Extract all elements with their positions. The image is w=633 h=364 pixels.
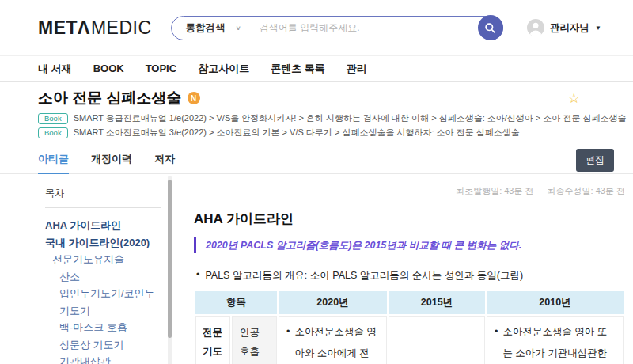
breadcrumb-path: SMART 응급진료매뉴얼 1/e(2022) > V/S을 안정화시키자! >…: [74, 112, 627, 124]
modified-date: 최종수정일: 43분 전: [548, 186, 625, 195]
table-header-row: 항목 2020년 2015년 2010년: [195, 291, 624, 314]
nav-item-topic[interactable]: TOPIC: [146, 63, 177, 74]
breadcrumb-list: Book SMART 응급진료매뉴얼 1/e(2022) > V/S을 안정화시…: [38, 112, 595, 138]
breadcrumb[interactable]: Book SMART 응급진료매뉴얼 1/e(2022) > V/S을 안정화시…: [38, 112, 595, 124]
book-badge: Book: [38, 127, 68, 138]
toc-item[interactable]: 입인두기도기/코인두기도기: [45, 285, 161, 319]
table-cell-2020: 소아전문소생술 영아와 소아에게 전문 기도유지기가 있는 상황에서 심폐소생술…: [279, 316, 387, 364]
toc-title: 목차: [45, 187, 161, 200]
nav-item-my-library[interactable]: 내 서재: [38, 62, 72, 76]
nav-item-content-list[interactable]: 콘텐츠 목록: [271, 62, 325, 76]
table-cell-item: 인공호흡: [232, 316, 277, 364]
toc-sidebar: 목차 AHA 가이드라인 국내 가이드라인(2020) 전문기도유지술 산소 입…: [0, 174, 172, 364]
tab-authors[interactable]: 저자: [154, 146, 175, 174]
key-point-quote: 2020년 PACLS 알고리즘(흐름도)은 2015년과 비교할 때 큰 변화…: [194, 237, 625, 253]
caret-down-icon: ▼: [595, 25, 601, 32]
user-name: 관리자님: [550, 21, 589, 35]
bullet-text: 소아전문소생술 영아 또는 소아가 기관내삽관한 경우 가슴압박을 중단하지 않…: [495, 321, 616, 364]
table-cell-2010: 소아전문소생술 영아 또는 소아가 기관내삽관한 경우 가슴압박을 중단하지 않…: [487, 316, 624, 364]
avatar: [527, 19, 544, 36]
main-nav: 내 서재 BOOK TOPIC 참고사이트 콘텐츠 목록 관리: [0, 55, 633, 82]
table-header-2010: 2010년: [487, 291, 624, 314]
toc-item[interactable]: 성문상 기도기: [45, 336, 161, 354]
tab-bar: 아티클 개정이력 저자 편집: [0, 146, 633, 174]
table-header-2015: 2015년: [389, 291, 485, 314]
page-title: 소아 전문 심폐소생술: [38, 89, 182, 107]
toc-item[interactable]: 전문기도유지술: [45, 251, 161, 268]
table-row: 전문기도유지술 인공호흡 소아전문소생술 영아와 소아에게 전문 기도유지기가 …: [195, 316, 624, 364]
person-icon: [527, 19, 544, 36]
title-section: 소아 전문 심폐소생술 N ☆ Book SMART 응급진료매뉴얼 1/e(2…: [0, 82, 633, 138]
sidebar-scrollbar[interactable]: [168, 176, 172, 364]
section-heading: AHA 가이드라인: [194, 211, 625, 227]
logo[interactable]: METΛ MEDIC: [38, 17, 152, 39]
toc-item[interactable]: 국내 가이드라인(2020): [45, 234, 161, 252]
table-cell-2015: [389, 316, 485, 364]
table-cell-category: 전문기도유지술: [195, 316, 230, 364]
scrollbar-thumb[interactable]: [168, 180, 172, 338]
search-bar: 통합검색 ∨: [171, 16, 503, 40]
chevron-down-icon: ∨: [236, 25, 241, 32]
tab-revision-history[interactable]: 개정이력: [91, 146, 132, 174]
nav-item-book[interactable]: BOOK: [93, 63, 124, 74]
top-header: METΛ MEDIC 통합검색 ∨ 관리자님 ▼: [0, 0, 633, 55]
breadcrumb[interactable]: Book SMART 소아진료매뉴얼 3/e(2022) > 소아진료의 기본 …: [38, 127, 595, 138]
logo-light-part: MEDIC: [91, 17, 152, 39]
toc-divider: [45, 207, 161, 208]
toc-list: AHA 가이드라인 국내 가이드라인(2020) 전문기도유지술 산소 입인두기…: [45, 217, 161, 364]
user-menu[interactable]: 관리자님 ▼: [527, 19, 601, 36]
comparison-table: 항목 2020년 2015년 2010년 전문기도유지술 인공호흡 소아전문소생…: [194, 290, 625, 364]
toc-item[interactable]: 백-마스크 호흡: [45, 319, 161, 336]
toc-item[interactable]: 산소: [45, 268, 161, 286]
book-badge: Book: [38, 113, 68, 124]
article-meta: 최초발행일: 43분 전 최종수정일: 43분 전: [194, 185, 625, 197]
toc-item[interactable]: AHA 가이드라인: [45, 217, 161, 234]
new-badge: N: [188, 92, 200, 104]
toc-item[interactable]: 기관내삽관: [45, 353, 161, 364]
overview-bullet: PALS 알고리듬의 개요: 소아 PALS 알고리듬의 순서는 성인과 동일(…: [194, 269, 625, 282]
favorite-star-icon[interactable]: ☆: [568, 92, 580, 105]
published-date: 최초발행일: 43분 전: [456, 186, 533, 195]
content-area: 목차 AHA 가이드라인 국내 가이드라인(2020) 전문기도유지술 산소 입…: [0, 174, 633, 364]
table-header-item: 항목: [195, 291, 277, 314]
tab-article[interactable]: 아티클: [38, 146, 69, 174]
nav-item-reference-sites[interactable]: 참고사이트: [198, 62, 249, 76]
breadcrumb-path: SMART 소아진료매뉴얼 3/e(2022) > 소아진료의 기본 > V/S…: [74, 127, 520, 138]
table-header-2020: 2020년: [279, 291, 387, 314]
search-icon: [484, 22, 496, 34]
bullet-text: 소아전문소생술 영아와 소아에게 전문 기도유지기가 있는 상황에서 심폐소생술…: [286, 321, 379, 364]
edit-button[interactable]: 편집: [576, 149, 614, 172]
search-input[interactable]: [246, 22, 502, 33]
article-content: 최초발행일: 43분 전 최종수정일: 43분 전 AHA 가이드라인 2020…: [172, 174, 633, 364]
nav-item-admin[interactable]: 관리: [347, 62, 367, 76]
search-category-label: 통합검색: [186, 21, 226, 35]
search-button[interactable]: [478, 15, 503, 40]
search-category-dropdown[interactable]: 통합검색 ∨: [172, 21, 246, 36]
logo-bold-part: METΛ: [38, 17, 90, 39]
